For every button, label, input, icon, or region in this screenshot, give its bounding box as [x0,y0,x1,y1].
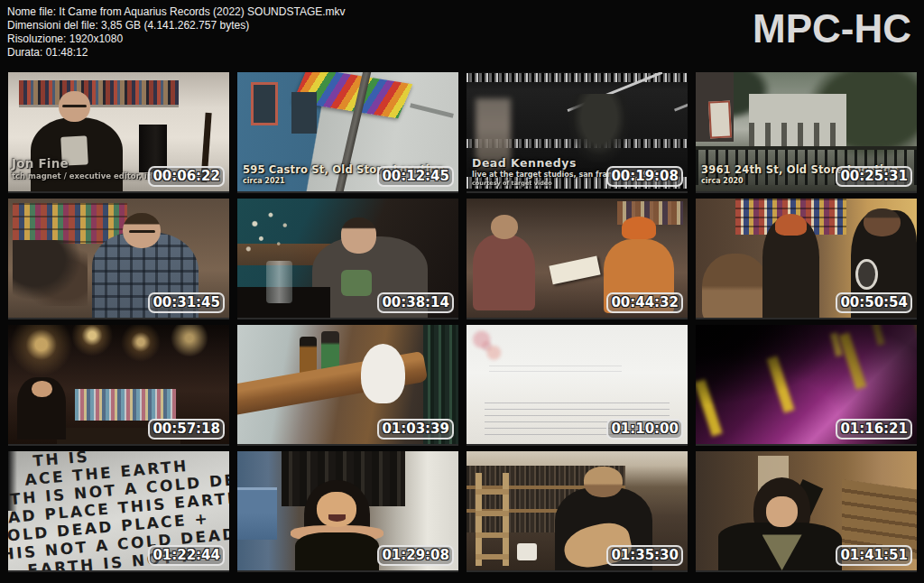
rainbow-flag-awning [292,72,411,117]
thumbnail-16: 01:41:51 [696,451,917,570]
faint-text-block [489,366,622,376]
cap-man-back [762,217,820,318]
timestamp-badge: 00:06:22 [148,166,225,187]
street-light-arm [410,103,454,118]
person-head [123,213,161,249]
timestamp-badge: 01:35:30 [606,545,683,566]
maroon-shirt-man [473,235,535,310]
timestamp-badge: 01:29:08 [377,545,454,566]
moomin-figurine [361,344,405,403]
smiling-face [317,492,356,528]
file-size-line: Dimensioni del file: 3,85 GB (4.141.262.… [7,19,346,32]
record-shelf [19,80,178,104]
file-info: Nome file: It Came from Aquarius Records… [7,5,346,60]
crowd-silhouettes [13,240,88,306]
white-mug [517,543,537,561]
thumbnail-2: 595 Castro St, Old Store Location circa … [237,72,458,191]
timestamp-badge: 01:16:21 [836,419,912,440]
timestamp-badge: 00:57:18 [148,419,225,440]
storefront [749,94,846,146]
timestamp-badge: 01:22:44 [148,545,225,566]
thumbnail-15: 01:35:30 [467,451,688,570]
thumbnail-13: TH IS ACE THE EARTH RTH IS NOT A COLD DE… [8,451,229,570]
thumbnail-10: 01:03:39 [237,325,458,444]
store-sign [708,100,732,138]
thumbnail-1: Jon Fine tch magnet / executive editor, … [8,72,229,191]
timestamp-badge: 01:10:00 [606,419,683,440]
thumbnail-5: 00:31:45 [8,199,229,318]
timestamp-badge: 00:25:31 [836,166,912,187]
timestamp-badge: 00:38:14 [377,292,454,313]
thumbnail-12: 01:16:21 [696,325,917,444]
thumbnail-8: 00:50:54 [696,199,917,318]
mpc-hc-logo: MPC-HC [753,9,911,49]
green-shirt [341,270,372,296]
thumbnail-grid: Jon Fine tch magnet / executive editor, … [8,72,917,570]
thumbnail-7: 00:44:32 [467,199,688,318]
thumbnail-3: Dead Kennedys live at the target studios… [467,72,688,191]
thumbnail-9: 00:57:18 [8,325,229,444]
timestamp-badge: 00:19:08 [606,166,683,187]
boy-head [702,254,769,318]
person-head [341,217,376,254]
thumbnail-6: 00:38:14 [237,199,458,318]
timestamp-badge: 01:03:39 [377,419,454,440]
timestamp-badge: 01:41:51 [836,545,912,566]
timestamp-badge: 00:44:32 [606,292,683,313]
resolution-line: Risoluzione: 1920x1080 [7,32,346,46]
woman-face [766,496,797,527]
timestamp-badge: 00:31:45 [148,292,225,313]
black-tank-top [295,532,379,570]
person-head [59,91,89,122]
timestamp-badge: 00:50:54 [836,292,912,313]
blue-bins [237,487,277,540]
file-name-line: Nome file: It Came from Aquarius Records… [7,5,346,19]
thumbnail-11: 01:10:00 [467,325,688,444]
thumbnail-14: 01:29:08 [237,451,458,570]
woman-silhouette [17,377,66,440]
display-cases [75,389,177,420]
guitarist-silhouette [568,94,631,163]
white-paper [549,255,600,284]
timestamp-badge: 00:12:45 [377,166,454,187]
mpc-hc-thumbnail-sheet: Nome file: It Came from Aquarius Records… [0,0,924,583]
duration-line: Durata: 01:48:12 [7,46,346,60]
thumbnail-4: 3961 24th St, Old Store Location circa 2… [696,72,917,191]
building-windows [251,82,279,125]
dried-flowers [237,203,317,277]
wooden-ladder [476,473,509,566]
pink-marks [471,329,506,363]
